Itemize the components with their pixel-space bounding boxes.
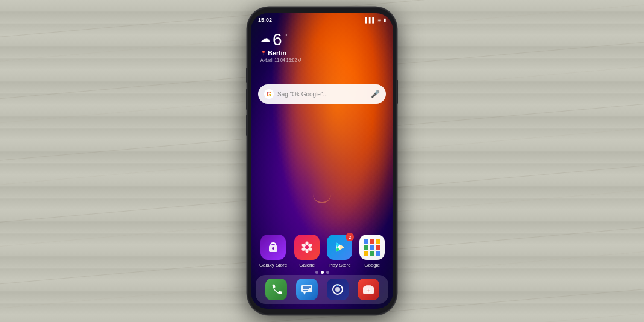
- google-app-grid: [364, 239, 380, 256]
- search-placeholder: Sag "Ok Google"...: [277, 91, 367, 98]
- volume-down-button[interactable]: [246, 115, 248, 136]
- google-search-bar[interactable]: G Sag "Ok Google"... 🎤: [258, 84, 386, 104]
- bixby-button[interactable]: [246, 68, 248, 83]
- play-store-icon: 2: [327, 235, 352, 260]
- city-name: Berlin: [268, 49, 286, 57]
- app-play-store[interactable]: 2 Play Store: [327, 235, 352, 268]
- play-store-svg: [333, 241, 346, 254]
- signal-icon: ▌▌▌: [365, 17, 376, 23]
- wifi-icon: ≋: [377, 17, 382, 23]
- svg-marker-24: [365, 285, 371, 286]
- svg-point-3: [306, 242, 309, 246]
- app-grid: Galaxy Store: [251, 235, 393, 268]
- svg-point-21: [335, 287, 340, 292]
- location-pin-icon: 📍: [260, 51, 267, 56]
- page-dot-1[interactable]: [315, 271, 318, 274]
- page-indicator: [251, 271, 393, 274]
- google-app-icon: [359, 235, 385, 260]
- temperature-number: 6: [273, 31, 282, 48]
- samsung-icon: [332, 283, 344, 295]
- battery-icon: ▮: [384, 17, 386, 23]
- messages-icon: [301, 283, 313, 295]
- google-app-label: Google: [364, 262, 380, 268]
- weather-update-time: Aktual. 11.04 15:02 ↺: [260, 58, 301, 63]
- power-button[interactable]: [396, 80, 398, 104]
- galerie-icon: [294, 235, 320, 260]
- status-bar: 15:02 ▌▌▌ ≋ ▮: [251, 13, 393, 27]
- camera-icon: [362, 283, 374, 295]
- play-store-badge: 2: [346, 233, 354, 241]
- galerie-label: Galerie: [299, 262, 315, 268]
- svg-point-22: [336, 285, 338, 286]
- galaxy-store-svg: [267, 241, 280, 254]
- svg-point-9: [305, 245, 309, 249]
- svg-point-1: [272, 247, 274, 250]
- dock-messages[interactable]: [296, 279, 318, 300]
- app-dock: [256, 275, 388, 304]
- weather-icon: ☁: [260, 33, 270, 44]
- dock-phone[interactable]: [265, 279, 287, 300]
- phone-body: 15:02 ▌▌▌ ≋ ▮ ☁ 6 ° 📍 Berlin: [247, 7, 397, 315]
- phone-screen: 15:02 ▌▌▌ ≋ ▮ ☁ 6 ° 📍 Berlin: [251, 13, 393, 309]
- dock-camera[interactable]: [358, 279, 379, 300]
- google-logo: G: [264, 89, 274, 99]
- app-galaxy-store[interactable]: Galaxy Store: [259, 235, 287, 268]
- phone-container: 15:02 ▌▌▌ ≋ ▮ ☁ 6 ° 📍 Berlin: [247, 7, 397, 315]
- volume-up-button[interactable]: [246, 89, 248, 110]
- svg-marker-16: [303, 292, 306, 295]
- page-dot-3[interactable]: [326, 271, 329, 274]
- app-google[interactable]: Google: [359, 235, 385, 268]
- weather-location: 📍 Berlin: [260, 49, 301, 57]
- fingerprint-hint: [313, 194, 331, 206]
- mic-icon[interactable]: 🎤: [371, 90, 380, 98]
- galaxy-store-icon: [260, 235, 286, 260]
- status-time: 15:02: [258, 17, 272, 23]
- svg-point-6: [306, 249, 309, 253]
- weather-widget: ☁ 6 ° 📍 Berlin Aktual. 11.04 15:02 ↺: [260, 31, 301, 63]
- refresh-icon: ↺: [298, 58, 301, 62]
- page-dot-2[interactable]: [321, 271, 324, 274]
- galerie-svg: [300, 241, 314, 254]
- phone-icon: [270, 283, 282, 295]
- weather-temperature: ☁ 6 °: [260, 31, 301, 48]
- play-store-label: Play Store: [329, 262, 351, 268]
- degree-symbol: °: [285, 33, 288, 41]
- dock-samsung[interactable]: [327, 279, 349, 300]
- app-galerie[interactable]: Galerie: [294, 235, 320, 268]
- status-icons: ▌▌▌ ≋ ▮: [365, 17, 386, 23]
- galaxy-store-label: Galaxy Store: [259, 262, 287, 268]
- google-g-letter: G: [267, 90, 272, 98]
